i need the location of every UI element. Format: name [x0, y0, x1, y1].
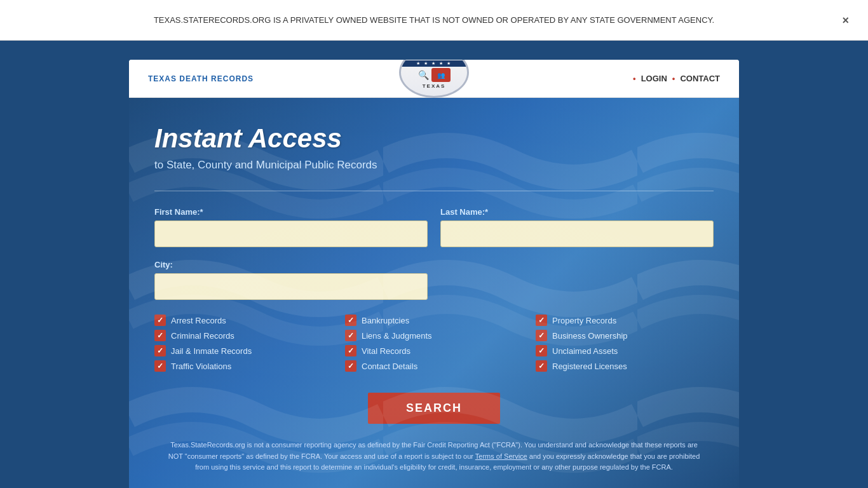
login-dot: •	[633, 74, 636, 83]
list-item: Property Records	[536, 313, 714, 328]
banner-text: TEXAS.STATERECORDS.ORG IS A PRIVATELY OW…	[154, 14, 714, 27]
last-name-group: Last Name:*	[440, 207, 714, 247]
checkbox-arrest-icon	[154, 315, 166, 326]
checkbox-property-icon	[536, 315, 547, 326]
first-name-group: First Name:*	[154, 207, 428, 247]
checkbox-vital-label: Vital Records	[362, 346, 410, 356]
city-group: City:	[154, 260, 428, 300]
checkboxes-grid: Arrest Records Criminal Records Jail & I…	[154, 313, 714, 374]
contact-link[interactable]: CONTACT	[680, 74, 720, 83]
list-item: Liens & Judgments	[345, 328, 523, 343]
list-item: Traffic Violations	[154, 358, 332, 374]
logo-oval: STATE RECORDS ★ ★ ★ ★ ★ 🔍 👥 TEXAS	[399, 60, 469, 98]
city-row: City:	[154, 260, 714, 300]
checkbox-contact-icon	[345, 360, 356, 372]
list-item: Unclaimed Assets	[536, 343, 714, 358]
checkbox-vital-icon	[345, 345, 356, 356]
first-name-label: First Name:*	[154, 207, 428, 217]
first-name-input[interactable]	[154, 220, 428, 247]
checkbox-traffic-icon	[154, 360, 166, 372]
last-name-input[interactable]	[440, 220, 714, 247]
checkbox-col-2: Bankruptcies Liens & Judgments Vital Rec…	[345, 313, 523, 374]
checkbox-business-label: Business Ownership	[552, 331, 628, 341]
checkbox-business-icon	[536, 330, 547, 341]
checkbox-jail-icon	[154, 345, 166, 356]
logo-icons: 🔍 👥	[418, 68, 451, 82]
checkbox-licenses-label: Registered Licenses	[552, 362, 627, 371]
card-header: TEXAS DEATH RECORDS STATE RECORDS ★ ★ ★ …	[129, 60, 739, 98]
hero-subtitle: to State, County and Municipal Public Re…	[154, 159, 714, 172]
login-link[interactable]: LOGIN	[641, 74, 667, 83]
list-item: Jail & Inmate Records	[154, 343, 332, 358]
checkbox-licenses-icon	[536, 360, 547, 372]
close-banner-button[interactable]: ×	[842, 13, 849, 27]
hero-section: Instant Access to State, County and Muni…	[129, 98, 739, 488]
city-label: City:	[154, 260, 428, 269]
list-item: Vital Records	[345, 343, 523, 358]
magnifier-icon: 🔍	[418, 70, 429, 80]
main-card: TEXAS DEATH RECORDS STATE RECORDS ★ ★ ★ …	[129, 60, 739, 488]
checkbox-bankruptcies-icon	[345, 315, 356, 326]
list-item: Arrest Records	[154, 313, 332, 328]
list-item: Registered Licenses	[536, 358, 714, 374]
last-name-label: Last Name:*	[440, 207, 714, 217]
contact-dot: •	[672, 74, 675, 83]
logo-bottom-text: TEXAS	[423, 83, 446, 89]
checkbox-traffic-label: Traffic Violations	[171, 362, 231, 371]
search-btn-wrapper: SEARCH	[154, 393, 714, 424]
terms-of-service-link[interactable]: Terms of Service	[475, 452, 527, 460]
checkbox-bankruptcies-label: Bankruptcies	[362, 316, 409, 325]
checkbox-col-1: Arrest Records Criminal Records Jail & I…	[154, 313, 332, 374]
disclaimer-text: Texas.StateRecords.org is not a consumer…	[167, 440, 701, 473]
list-item: Contact Details	[345, 358, 523, 374]
hero-title: Instant Access	[154, 123, 714, 154]
checkbox-jail-label: Jail & Inmate Records	[171, 346, 252, 356]
checkbox-contact-label: Contact Details	[362, 362, 417, 371]
person-icon: 👥	[431, 68, 451, 82]
checkbox-property-label: Property Records	[552, 316, 616, 325]
checkbox-liens-label: Liens & Judgments	[362, 331, 432, 341]
checkbox-arrest-label: Arrest Records	[171, 316, 226, 325]
checkbox-criminal-label: Criminal Records	[171, 331, 234, 341]
page-wrapper: TEXAS DEATH RECORDS STATE RECORDS ★ ★ ★ …	[0, 41, 868, 488]
name-row: First Name:* Last Name:*	[154, 207, 714, 247]
city-input[interactable]	[154, 273, 428, 300]
disclaimer: Texas.StateRecords.org is not a consumer…	[154, 440, 714, 473]
divider	[154, 191, 714, 191]
list-item: Business Ownership	[536, 328, 714, 343]
list-item: Criminal Records	[154, 328, 332, 343]
checkbox-liens-icon	[345, 330, 356, 341]
top-banner: TEXAS.STATERECORDS.ORG IS A PRIVATELY OW…	[0, 0, 868, 41]
checkbox-unclaimed-icon	[536, 345, 547, 356]
search-button[interactable]: SEARCH	[368, 393, 500, 424]
logo-container: STATE RECORDS ★ ★ ★ ★ ★ 🔍 👥 TEXAS	[399, 60, 469, 98]
nav-links: • LOGIN • CONTACT	[633, 74, 720, 83]
list-item: Bankruptcies	[345, 313, 523, 328]
logo-stars: ★ ★ ★ ★ ★	[401, 60, 467, 67]
checkbox-unclaimed-label: Unclaimed Assets	[552, 346, 618, 356]
checkbox-criminal-icon	[154, 330, 166, 341]
checkbox-col-3: Property Records Business Ownership Uncl…	[536, 313, 714, 374]
site-title: TEXAS DEATH RECORDS	[148, 74, 254, 83]
